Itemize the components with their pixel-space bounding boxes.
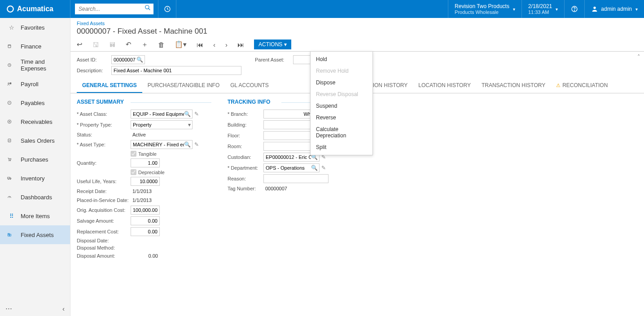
- tab-reconciliation[interactable]: RECONCILIATION: [551, 79, 613, 93]
- action-hold[interactable]: Hold: [311, 53, 372, 65]
- action-suspend[interactable]: Suspend: [311, 100, 372, 112]
- sidebar-item-purchases[interactable]: Purchases: [0, 150, 70, 169]
- action-split[interactable]: Split: [311, 141, 372, 153]
- collapse-sidebar-icon[interactable]: ‹: [62, 305, 65, 312]
- save-icon[interactable]: 🖬: [109, 41, 116, 48]
- property-type-field[interactable]: [131, 120, 193, 129]
- asset-class-field[interactable]: [131, 110, 193, 118]
- useful-life-field[interactable]: [131, 177, 160, 186]
- sidebar-item-favorites[interactable]: ☆Favorites: [0, 18, 70, 37]
- sidebar-item-finance[interactable]: Finance: [0, 37, 70, 56]
- actions-button[interactable]: ACTIONS▾: [254, 40, 291, 49]
- sidebar-item-payroll[interactable]: $Payroll: [0, 75, 70, 93]
- tag-number-label: Tag Number:: [228, 186, 263, 191]
- search-icon[interactable]: [145, 4, 151, 12]
- gauge-icon: [7, 193, 16, 201]
- sidebar-item-dashboards[interactable]: Dashboards: [0, 188, 70, 206]
- sidebar-item-receivables[interactable]: Receivables: [0, 112, 70, 131]
- search-input[interactable]: [75, 4, 153, 14]
- pencil-icon[interactable]: ✎: [321, 165, 326, 171]
- history-button[interactable]: [158, 0, 176, 18]
- quantity-field[interactable]: [131, 158, 160, 167]
- tangible-checkbox: [131, 151, 136, 157]
- tab-location-history[interactable]: LOCATION HISTORY: [413, 79, 476, 93]
- tab-general-settings[interactable]: GENERAL SETTINGS: [77, 79, 142, 93]
- property-type-label: Property Type:: [77, 122, 131, 127]
- asset-id-field[interactable]: 🔍: [111, 55, 145, 64]
- svg-point-19: [9, 160, 9, 161]
- sidebar-item-sales-orders[interactable]: Sales Orders: [0, 131, 70, 150]
- tab-gl-accounts[interactable]: GL ACCOUNTS: [225, 79, 274, 93]
- asset-id-label: Asset ID:: [77, 57, 111, 62]
- svg-text:$: $: [10, 83, 11, 84]
- save-close-icon[interactable]: 🖫: [92, 41, 99, 48]
- chevron-down-icon: ▾: [635, 7, 638, 12]
- sidebar-item-more-items[interactable]: ⠿More Items: [0, 206, 70, 225]
- actions-menu: Hold Remove Hold Dispose Reverse Disposa…: [310, 51, 373, 155]
- collapse-header-icon[interactable]: ˄: [637, 53, 640, 60]
- business-date[interactable]: 2/18/2021 11:33 AM ▾: [521, 0, 564, 18]
- first-icon[interactable]: ⏮: [197, 41, 203, 48]
- brand-name: Acumatica: [17, 5, 53, 13]
- action-reverse[interactable]: Reverse: [311, 112, 372, 123]
- breadcrumb[interactable]: Fixed Assets: [70, 18, 644, 26]
- history-icon: [164, 5, 171, 13]
- clock-icon: [7, 61, 16, 69]
- sidebar: ☆Favorites Finance Time and Expenses $Pa…: [0, 18, 70, 316]
- quantity-label: Quantity:: [77, 160, 131, 166]
- brand-logo[interactable]: Acumatica: [0, 0, 70, 18]
- top-header: Acumatica Revision Two Products Products…: [0, 0, 644, 18]
- chevron-down-icon[interactable]: ▾: [188, 122, 191, 128]
- sidebar-item-fixed-assets[interactable]: Fixed Assets: [0, 225, 70, 244]
- svg-line-2: [149, 9, 150, 10]
- next-icon[interactable]: ›: [225, 41, 228, 48]
- tenant-line1: Revision Two Products: [455, 3, 509, 9]
- action-remove-hold: Remove Hold: [311, 65, 372, 77]
- orig-acq-cost-field[interactable]: [131, 206, 160, 215]
- action-calculate-depreciation[interactable]: Calculate Depreciation: [311, 123, 372, 141]
- delete-icon[interactable]: 🗑: [158, 41, 165, 48]
- action-dispose[interactable]: Dispose: [311, 77, 372, 88]
- add-icon[interactable]: ＋: [141, 40, 148, 49]
- help-button[interactable]: [564, 0, 584, 18]
- pencil-icon[interactable]: ✎: [194, 111, 199, 117]
- building-icon: [7, 231, 16, 238]
- prev-icon[interactable]: ‹: [213, 41, 215, 48]
- user-menu[interactable]: admin admin ▾: [584, 0, 644, 18]
- tab-transaction-history[interactable]: TRANSACTION HISTORY: [476, 79, 551, 93]
- user-name: admin admin: [601, 6, 632, 12]
- reason-field[interactable]: [263, 174, 329, 183]
- lookup-icon[interactable]: 🔍: [136, 57, 143, 63]
- sidebar-item-inventory[interactable]: Inventory: [0, 169, 70, 188]
- salvage-amount-label: Salvage Amount:: [77, 218, 131, 224]
- clipboard-icon[interactable]: 📋▾: [175, 40, 187, 48]
- logo-icon: [6, 5, 14, 13]
- plus-circle-icon: [7, 118, 16, 125]
- description-field[interactable]: [111, 66, 241, 75]
- lookup-icon[interactable]: 🔍: [184, 111, 191, 117]
- lookup-icon[interactable]: 🔍: [311, 165, 318, 171]
- svg-point-1: [145, 5, 149, 9]
- more-icon[interactable]: ⋯: [5, 304, 12, 312]
- tenant-selector[interactable]: Revision Two Products Products Wholesale…: [448, 0, 521, 18]
- user-icon: [591, 5, 598, 13]
- sidebar-item-payables[interactable]: Payables: [0, 93, 70, 112]
- people-dollar-icon: $: [7, 81, 16, 87]
- date-line2: 11:33 AM: [528, 9, 552, 15]
- lookup-icon[interactable]: 🔍: [184, 141, 191, 148]
- svg-point-20: [10, 160, 10, 161]
- tab-purchase-tangible[interactable]: PURCHASE/TANGIBLE INFO: [142, 79, 225, 93]
- help-icon: [571, 5, 578, 13]
- minus-circle-icon: [7, 99, 16, 106]
- sidebar-item-time-expenses[interactable]: Time and Expenses: [0, 56, 70, 75]
- salvage-amount-field[interactable]: [131, 216, 160, 225]
- last-icon[interactable]: ⏭: [237, 41, 244, 48]
- asset-type-field[interactable]: [131, 140, 193, 149]
- back-icon[interactable]: ↩: [77, 40, 83, 48]
- replacement-cost-field[interactable]: [131, 227, 160, 236]
- orig-acq-cost-label: Orig. Acquisition Cost:: [77, 207, 131, 213]
- building-label: Building:: [228, 122, 263, 127]
- pencil-icon[interactable]: ✎: [194, 141, 199, 148]
- svg-point-23: [10, 179, 11, 180]
- revert-icon[interactable]: ↶: [126, 40, 131, 48]
